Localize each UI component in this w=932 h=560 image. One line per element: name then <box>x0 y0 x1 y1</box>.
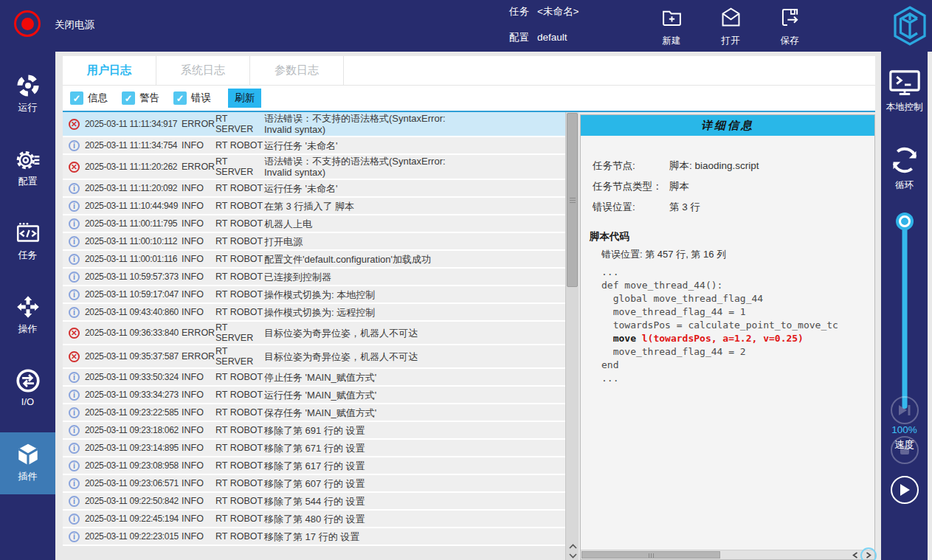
log-row[interactable]: i 2025-03-11 11:11:20:092 INFO RT ROBOT … <box>63 180 565 198</box>
log-message: 运行任务 '未命名' <box>264 183 562 194</box>
checkbox-checked-icon[interactable]: ✓ <box>70 91 83 105</box>
refresh-button[interactable]: 刷新 <box>228 89 261 108</box>
sidebar-item-task[interactable]: 任务 <box>0 211 55 273</box>
log-timestamp: 2025-03-11 09:35:37:587 <box>85 351 182 362</box>
log-row[interactable]: i 2025-03-11 11:00:10:112 INFO RT ROBOT … <box>63 233 565 251</box>
log-table: ✕ 2025-03-11 11:11:34:917 ERROR RT SERVE… <box>63 112 565 560</box>
log-source: RT ROBOT <box>215 236 264 246</box>
log-timestamp: 2025-03-11 09:36:33:840 <box>85 328 182 338</box>
log-row[interactable]: i 2025-03-11 09:43:40:860 INFO RT ROBOT … <box>63 304 565 322</box>
open-button[interactable]: 打开 <box>708 6 753 47</box>
toolbar-action-label: 保存 <box>781 35 799 47</box>
scroll-down-icon[interactable] <box>569 553 577 559</box>
local-control-button[interactable]: 本地控制 <box>881 68 928 114</box>
sidebar-item-operate[interactable]: 操作 <box>0 285 55 347</box>
step-next-button[interactable] <box>891 396 919 424</box>
log-source: RT SERVER <box>215 346 264 367</box>
checkbox-checked-icon[interactable]: ✓ <box>173 91 187 105</box>
sidebar-item-plugin[interactable]: 插件 <box>0 432 55 494</box>
log-row[interactable]: i 2025-03-11 09:23:22:585 INFO RT ROBOT … <box>63 404 565 422</box>
log-row[interactable]: ✕ 2025-03-11 11:11:20:262 ERROR RT SERVE… <box>63 155 565 180</box>
detail-scrollbar-thumb[interactable] <box>581 551 720 559</box>
error-icon: ✕ <box>69 328 80 339</box>
scroll-right-icon[interactable] <box>866 552 871 559</box>
log-row[interactable]: i 2025-03-11 09:22:23:015 INFO RT ROBOT … <box>63 528 565 546</box>
log-message: 移除了第 671 行的 设置 <box>264 443 562 454</box>
topbar-actions: 新建 打开 保存 <box>649 6 812 47</box>
log-row[interactable]: i 2025-03-11 11:10:44:949 INFO RT ROBOT … <box>63 198 565 215</box>
log-source: RT SERVER <box>215 322 264 343</box>
info-icon: i <box>69 531 80 542</box>
detail-panel-title: 详细信息 <box>581 115 874 136</box>
log-row[interactable]: ✕ 2025-03-11 09:35:37:587 ERROR RT SERVE… <box>63 345 565 369</box>
speed-slider[interactable] <box>896 215 914 415</box>
speed-slider-thumb[interactable] <box>899 215 911 227</box>
sidebar-item-io[interactable]: I/O <box>0 359 55 421</box>
task-config-block: 任务 <未命名> 配置 default <box>509 6 579 58</box>
log-level: INFO <box>182 425 215 435</box>
sidebar-item-config[interactable]: 配置 <box>0 137 55 199</box>
log-message: 移除了第 607 行的 设置 <box>264 478 562 489</box>
tab-sys-log[interactable]: 系统日志 <box>156 56 250 85</box>
right-sidebar: 本地控制 循环 100% 速度 <box>881 52 928 560</box>
filter-checkbox-warning[interactable]: ✓ 警告 <box>122 91 159 105</box>
log-row[interactable]: i 2025-03-11 11:00:01:116 INFO RT ROBOT … <box>63 251 565 269</box>
log-message: 配置文件'default.configuration'加载成功 <box>264 254 562 265</box>
scroll-up-icon[interactable] <box>569 544 577 549</box>
log-source: RT ROBOT <box>215 272 264 282</box>
code-line: ... <box>601 266 874 279</box>
log-row[interactable]: i 2025-03-11 09:23:18:062 INFO RT ROBOT … <box>63 422 565 440</box>
speed-slider-track[interactable] <box>902 223 907 409</box>
log-row[interactable]: i 2025-03-11 09:22:45:194 INFO RT ROBOT … <box>63 511 565 528</box>
info-icon: i <box>69 478 80 489</box>
log-source: RT ROBOT <box>215 201 264 211</box>
power-off-button[interactable] <box>14 10 41 37</box>
tab-user-log[interactable]: 用户日志 <box>63 56 156 85</box>
sidebar-item-label: 插件 <box>18 470 38 483</box>
log-row[interactable]: i 2025-03-11 09:33:50:324 INFO RT ROBOT … <box>63 369 565 387</box>
loop-button[interactable]: 循环 <box>881 144 928 192</box>
log-timestamp: 2025-03-11 11:11:34:917 <box>85 119 182 129</box>
log-row[interactable]: ✕ 2025-03-11 09:36:33:840 ERROR RT SERVE… <box>63 322 565 345</box>
detail-scrollbar[interactable] <box>581 550 874 559</box>
filter-checkbox-info[interactable]: ✓ 信息 <box>70 91 108 105</box>
power-off-label: 关闭电源 <box>55 18 94 32</box>
log-row[interactable]: i 2025-03-11 09:33:34:273 INFO RT ROBOT … <box>63 387 565 404</box>
local-control-icon <box>887 68 922 98</box>
log-row[interactable]: i 2025-03-11 11:00:11:795 INFO RT ROBOT … <box>63 215 565 233</box>
log-row[interactable]: i 2025-03-11 10:59:17:047 INFO RT ROBOT … <box>63 286 565 304</box>
loop-label: 循环 <box>895 179 914 192</box>
log-source: RT ROBOT <box>215 478 264 488</box>
log-row[interactable]: i 2025-03-11 09:23:06:571 INFO RT ROBOT … <box>63 475 565 493</box>
log-row[interactable]: i 2025-03-11 09:23:08:958 INFO RT ROBOT … <box>63 457 565 475</box>
task-name-value: <未命名> <box>537 6 579 18</box>
log-source: RT ROBOT <box>215 443 264 453</box>
log-row[interactable]: i 2025-03-11 09:23:14:895 INFO RT ROBOT … <box>63 440 565 457</box>
stop-button[interactable] <box>891 436 919 464</box>
log-level: INFO <box>182 514 215 524</box>
detail-panel: 详细信息 任务节点: 脚本: biaoding.script 任务节点类型： 脚… <box>580 114 875 560</box>
log-row[interactable]: i 2025-03-11 10:59:57:373 INFO RT ROBOT … <box>63 269 565 286</box>
log-row[interactable]: ✕ 2025-03-11 11:11:34:917 ERROR RT SERVE… <box>63 112 565 137</box>
power-icon <box>21 18 34 30</box>
checkbox-checked-icon[interactable]: ✓ <box>122 91 135 105</box>
log-filter-bar: ✓ 信息 ✓ 警告 ✓ 错误 刷新 <box>63 86 875 112</box>
icon-operate <box>15 294 41 320</box>
scroll-left-icon[interactable] <box>852 552 858 559</box>
log-message: 运行任务 'MAIN_赋值方式' <box>264 390 562 401</box>
log-scrollbar[interactable] <box>565 112 579 560</box>
save-button[interactable]: 保存 <box>767 6 812 47</box>
filter-checkbox-error[interactable]: ✓ 错误 <box>173 91 211 105</box>
log-row[interactable]: i 2025-03-11 11:11:34:754 INFO RT ROBOT … <box>63 137 565 155</box>
log-level: INFO <box>182 372 215 382</box>
log-level: INFO <box>182 218 215 229</box>
log-timestamp: 2025-03-11 10:59:57:373 <box>85 272 182 282</box>
play-button[interactable] <box>891 476 919 504</box>
log-scrollbar-thumb[interactable] <box>567 113 578 287</box>
log-timestamp: 2025-03-11 09:22:50:842 <box>85 496 182 506</box>
tab-param-log[interactable]: 参数日志 <box>250 56 344 85</box>
new-button[interactable]: 新建 <box>649 6 694 47</box>
log-row[interactable]: i 2025-03-11 09:22:50:842 INFO RT ROBOT … <box>63 493 565 511</box>
sidebar-item-run[interactable]: 运行 <box>0 63 55 125</box>
log-level: INFO <box>182 443 215 453</box>
